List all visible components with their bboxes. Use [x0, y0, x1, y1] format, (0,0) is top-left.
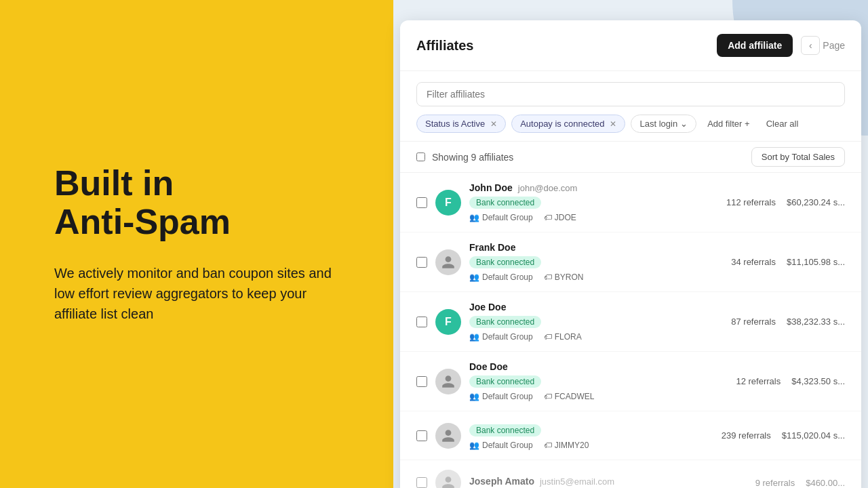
right-panel: Affiliates Add affiliate ‹ Page Status i… — [393, 0, 868, 488]
sales-amount: $460.00... — [806, 478, 845, 488]
bank-connected-badge: Bank connected — [469, 375, 541, 388]
chevron-down-icon: ⌄ — [680, 119, 688, 129]
coupon-info: 🏷 JDOE — [544, 213, 576, 222]
sales-amount: $4,323.50 s... — [791, 376, 845, 386]
table-row: Bank connected 👥 Default Group 🏷 JIMMY20… — [400, 411, 861, 460]
filter-row: Status is Active ✕ Autopay is connected … — [400, 115, 861, 141]
coupon-icon: 🏷 — [544, 213, 552, 222]
filter-status-remove[interactable]: ✕ — [490, 119, 497, 129]
sort-button[interactable]: Sort by Total Sales — [751, 147, 845, 167]
bank-connected-badge: Bank connected — [469, 256, 541, 268]
coupon-info: 🏷 JIMMY20 — [544, 441, 589, 450]
coupon-info: 🏷 BYRON — [544, 272, 584, 282]
showing-count: Showing 9 affiliates — [416, 152, 513, 163]
pagination-controls: ‹ Page — [801, 36, 845, 55]
affiliate-name-row: Doe Doe — [469, 361, 728, 372]
filter-status-label: Status is Active — [425, 119, 485, 129]
table-row: Joseph Amato justin5@email.com 9 referra… — [400, 460, 861, 488]
affiliate-meta: 👥 Default Group 🏷 JDOE — [469, 213, 718, 222]
affiliate-name-row: Frank Doe — [469, 242, 723, 253]
affiliate-stats: 112 referrals $60,230.24 s... — [726, 197, 845, 207]
search-bar — [416, 82, 845, 106]
search-input[interactable] — [416, 82, 845, 106]
avatar — [435, 470, 461, 488]
add-affiliate-button[interactable]: Add affiliate — [717, 34, 793, 57]
referral-count: 12 referrals — [736, 376, 781, 386]
group-info: 👥 Default Group — [469, 332, 533, 342]
affiliate-info: Joseph Amato justin5@email.com — [469, 476, 747, 488]
filter-autopay-remove[interactable]: ✕ — [610, 119, 616, 129]
left-panel: Built inAnti-Spam We actively monitor an… — [0, 0, 393, 488]
sales-amount: $11,105.98 s... — [787, 257, 845, 267]
filter-status-active[interactable]: Status is Active ✕ — [416, 115, 506, 133]
row-checkbox[interactable] — [416, 477, 427, 488]
affiliate-email: john@doe.com — [518, 183, 578, 193]
card-header: Affiliates Add affiliate ‹ Page — [400, 20, 861, 71]
coupon-icon: 🏷 — [544, 392, 552, 401]
table-row: F John Doe john@doe.com Bank connected 👥… — [400, 173, 861, 232]
row-checkbox[interactable] — [416, 430, 427, 441]
add-filter-button[interactable]: Add filter + — [702, 115, 755, 132]
affiliate-meta: 👥 Default Group 🏷 FLORA — [469, 332, 723, 342]
group-info: 👥 Default Group — [469, 213, 533, 222]
sales-amount: $60,230.24 s... — [787, 197, 845, 207]
affiliate-name: Joe Doe — [469, 302, 506, 312]
affiliate-meta: 👥 Default Group 🏷 JIMMY20 — [469, 441, 713, 450]
card-title: Affiliates — [416, 38, 473, 54]
group-info: 👥 Default Group — [469, 392, 533, 401]
bank-connected-badge: Bank connected — [469, 316, 541, 328]
affiliate-stats: 87 referrals $38,232.33 s... — [731, 317, 845, 327]
affiliate-meta: 👥 Default Group 🏷 FCADWEL — [469, 392, 728, 401]
filter-last-login[interactable]: Last login ⌄ — [631, 115, 696, 133]
prev-page-button[interactable]: ‹ — [801, 36, 820, 55]
affiliate-name-row: John Doe john@doe.com — [469, 182, 718, 193]
avatar — [435, 423, 461, 449]
group-icon: 👥 — [469, 272, 479, 282]
affiliate-stats: 239 referrals $115,020.04 s... — [722, 430, 845, 441]
row-checkbox[interactable] — [416, 376, 427, 387]
group-icon: 👥 — [469, 332, 479, 342]
affiliate-name: John Doe — [469, 182, 513, 193]
affiliate-email: justin5@email.com — [540, 476, 614, 487]
page-label: Page — [823, 40, 845, 51]
avatar: F — [435, 309, 461, 335]
affiliate-name-row: Joe Doe — [469, 302, 723, 312]
sales-amount: $115,020.04 s... — [782, 430, 845, 441]
affiliate-stats: 12 referrals $4,323.50 s... — [736, 376, 845, 386]
clear-all-button[interactable]: Clear all — [761, 115, 804, 132]
coupon-icon: 🏷 — [544, 272, 552, 282]
select-all-checkbox[interactable] — [416, 152, 425, 161]
affiliate-name: Frank Doe — [469, 242, 515, 253]
bank-connected-badge: Bank connected — [469, 197, 541, 209]
affiliate-name-row: Joseph Amato justin5@email.com — [469, 476, 747, 487]
referral-count: 9 referrals — [755, 478, 795, 488]
main-description: We actively monitor and ban coupon sites… — [54, 263, 339, 324]
row-checkbox[interactable] — [416, 257, 427, 268]
affiliate-name: Joseph Amato — [469, 476, 534, 487]
filter-last-login-label: Last login — [639, 119, 677, 129]
affiliate-info: Bank connected 👥 Default Group 🏷 JIMMY20 — [469, 421, 713, 450]
group-icon: 👥 — [469, 392, 479, 401]
affiliate-info: Joe Doe Bank connected 👥 Default Group 🏷… — [469, 302, 723, 342]
table-row: F Joe Doe Bank connected 👥 Default Group… — [400, 292, 861, 352]
bank-connected-badge: Bank connected — [469, 424, 541, 436]
main-title: Built inAnti-Spam — [54, 164, 339, 241]
coupon-icon: 🏷 — [544, 332, 552, 342]
coupon-icon: 🏷 — [544, 441, 552, 450]
table-row: Frank Doe Bank connected 👥 Default Group… — [400, 232, 861, 292]
filter-autopay-label: Autopay is connected — [520, 119, 604, 129]
affiliates-card: Affiliates Add affiliate ‹ Page Status i… — [400, 20, 861, 488]
group-info: 👥 Default Group — [469, 441, 533, 450]
avatar: F — [435, 190, 461, 216]
affiliate-info: John Doe john@doe.com Bank connected 👥 D… — [469, 182, 718, 222]
filter-autopay-connected[interactable]: Autopay is connected ✕ — [511, 115, 625, 133]
row-checkbox[interactable] — [416, 197, 427, 208]
row-checkbox[interactable] — [416, 317, 427, 327]
group-icon: 👥 — [469, 213, 479, 222]
header-right: Add affiliate ‹ Page — [717, 34, 845, 57]
avatar — [435, 369, 461, 394]
affiliate-name: Doe Doe — [469, 361, 508, 372]
referral-count: 34 referrals — [731, 257, 776, 267]
coupon-info: 🏷 FLORA — [544, 332, 582, 342]
affiliate-info: Frank Doe Bank connected 👥 Default Group… — [469, 242, 723, 282]
